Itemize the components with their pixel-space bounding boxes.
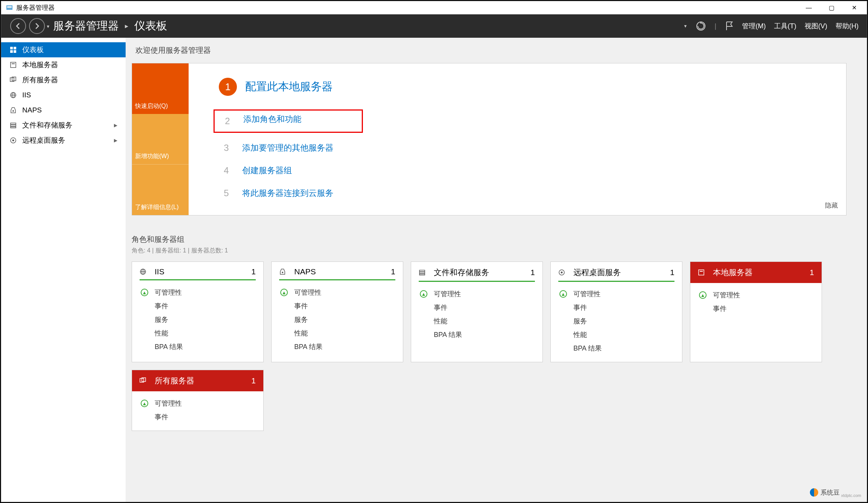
- sidebar-item-label: 远程桌面服务: [22, 135, 65, 145]
- quickstart-step-3[interactable]: 3添加要管理的其他服务器: [219, 140, 835, 155]
- all-servers-icon: [140, 377, 149, 384]
- quickstart-step-4[interactable]: 4创建服务器组: [219, 163, 835, 178]
- tile-row-label: 事件: [294, 301, 308, 311]
- step-number: 1: [219, 78, 237, 96]
- naps-icon: [279, 268, 289, 275]
- chevron-right-icon: ▶: [114, 138, 117, 143]
- flag-icon[interactable]: [725, 21, 734, 31]
- tile-row-label: 可管理性: [155, 288, 182, 297]
- role-tile-remote-desktop[interactable]: 远程桌面服务 1 ▲ 可管理性 事件 服务 性能 BPA 结果: [550, 261, 682, 362]
- tile-row-bpa[interactable]: BPA 结果: [419, 328, 535, 341]
- tile-row-manage[interactable]: ▲ 可管理性: [419, 287, 535, 301]
- tile-title: 所有服务器: [155, 375, 194, 386]
- tile-row-bpa[interactable]: BPA 结果: [558, 341, 674, 355]
- tile-row-label: 事件: [434, 303, 447, 312]
- sidebar-item-naps[interactable]: NAPS: [1, 103, 126, 118]
- svg-rect-6: [10, 50, 13, 53]
- tile-header: 所有服务器 1: [132, 370, 263, 391]
- refresh-icon[interactable]: [696, 21, 706, 31]
- tile-header: 文件和存储服务 1: [419, 267, 535, 282]
- tiles-container: IIS 1 ▲ 可管理性 事件 服务 性能 BPA 结果 NAPS 1 ▲ 可管…: [132, 261, 856, 431]
- nav-forward-button[interactable]: ▼: [29, 18, 45, 34]
- tile-title: 远程桌面服务: [573, 267, 621, 278]
- tile-row-label: 可管理性: [573, 289, 601, 298]
- tile-row-events[interactable]: 事件: [558, 301, 674, 314]
- remote-desktop-icon: [558, 269, 568, 276]
- sidebar-item-iis[interactable]: IIS: [1, 88, 126, 103]
- tile-row-manage[interactable]: ▲ 可管理性: [140, 286, 256, 299]
- tile-header: NAPS 1: [279, 267, 395, 280]
- tile-row-perf[interactable]: 性能: [279, 326, 395, 340]
- welcome-heading: 欢迎使用服务器管理器: [135, 45, 856, 55]
- tile-row-label: 可管理性: [434, 289, 461, 298]
- tile-row-events[interactable]: 事件: [419, 301, 535, 314]
- maximize-button[interactable]: ▢: [820, 2, 843, 14]
- close-button[interactable]: ✕: [843, 2, 865, 14]
- learnmore-tab[interactable]: 了解详细信息(L): [132, 164, 189, 215]
- tile-row-bpa[interactable]: BPA 结果: [140, 340, 256, 354]
- tile-row-label: 事件: [155, 301, 168, 311]
- tile-row-events[interactable]: 事件: [140, 299, 256, 313]
- tile-row-services[interactable]: 服务: [140, 313, 256, 326]
- tile-row-manage[interactable]: ▲ 可管理性: [698, 288, 814, 302]
- svg-rect-7: [14, 50, 16, 53]
- quickstart-tab[interactable]: 快速启动(Q): [132, 63, 189, 114]
- tile-row-perf[interactable]: 性能: [558, 328, 674, 341]
- sidebar-item-local-server[interactable]: 本地服务器: [1, 57, 126, 72]
- role-tile-file-storage[interactable]: 文件和存储服务 1 ▲ 可管理性 事件 性能 BPA 结果: [411, 261, 543, 362]
- svg-rect-26: [419, 272, 425, 274]
- svg-point-29: [561, 272, 563, 274]
- sidebar-item-dashboard[interactable]: 仪表板: [1, 42, 126, 57]
- nav-back-button[interactable]: [10, 18, 26, 34]
- role-tile-iis[interactable]: IIS 1 ▲ 可管理性 事件 服务 性能 BPA 结果: [132, 261, 264, 362]
- svg-rect-30: [699, 270, 704, 275]
- role-tile-naps[interactable]: NAPS 1 ▲ 可管理性 事件 服务 性能 BPA 结果: [271, 261, 403, 362]
- naps-icon: [9, 107, 17, 114]
- tile-row-services[interactable]: 服务: [279, 313, 395, 326]
- svg-rect-16: [11, 123, 16, 125]
- tile-row-events[interactable]: 事件: [140, 410, 256, 424]
- breadcrumb-root[interactable]: 服务器管理器: [53, 18, 119, 34]
- tile-row-events[interactable]: 事件: [279, 299, 395, 313]
- hide-link[interactable]: 隐藏: [825, 201, 838, 210]
- file-storage-icon: [419, 269, 429, 276]
- tile-row-perf[interactable]: 性能: [419, 314, 535, 328]
- window-title: 服务器管理器: [16, 3, 55, 12]
- tile-row-label: 性能: [155, 329, 168, 338]
- tile-row-manage[interactable]: ▲ 可管理性: [140, 397, 256, 410]
- tile-row-manage[interactable]: ▲ 可管理性: [279, 286, 395, 299]
- role-tile-all-servers[interactable]: 所有服务器 1 ▲ 可管理性 事件: [132, 370, 264, 431]
- tile-row-perf[interactable]: 性能: [140, 326, 256, 340]
- menu-view[interactable]: 视图(V): [805, 22, 827, 31]
- quickstart-step-5[interactable]: 5将此服务器连接到云服务: [219, 186, 835, 201]
- file-storage-icon: [9, 122, 17, 129]
- step-number: 3: [219, 140, 234, 155]
- tile-row-label: BPA 结果: [573, 344, 602, 353]
- sidebar-item-label: 文件和存储服务: [22, 120, 72, 130]
- menu-manage[interactable]: 管理(M): [742, 22, 766, 31]
- tile-row-bpa[interactable]: BPA 结果: [279, 340, 395, 354]
- svg-point-20: [12, 140, 14, 142]
- tile-row-label: 事件: [713, 304, 727, 313]
- tile-row-label: 事件: [573, 303, 587, 312]
- local-server-icon: [9, 62, 17, 68]
- tile-title: 文件和存储服务: [434, 267, 489, 278]
- whatsnew-tab[interactable]: 新增功能(W): [132, 114, 189, 165]
- tile-row-manage[interactable]: ▲ 可管理性: [558, 287, 674, 301]
- svg-point-24: [282, 272, 283, 273]
- sidebar-item-remote-desktop[interactable]: 远程桌面服务 ▶: [1, 133, 126, 148]
- sidebar-item-all-servers[interactable]: 所有服务器: [1, 72, 126, 88]
- quickstart-step-2[interactable]: 2添加角色和功能: [219, 109, 835, 133]
- tile-row-events[interactable]: 事件: [698, 302, 814, 315]
- tile-count: 1: [251, 267, 256, 276]
- role-tile-local-server[interactable]: 本地服务器 1 ▲ 可管理性 事件: [690, 261, 822, 362]
- sidebar: 仪表板 本地服务器 所有服务器 IIS NAPS 文件和存储服务 ▶ 远程桌面服…: [1, 38, 126, 502]
- menu-tools[interactable]: 工具(T): [774, 22, 796, 31]
- minimize-button[interactable]: ―: [797, 2, 820, 14]
- svg-rect-17: [11, 125, 16, 126]
- dropdown-icon[interactable]: ▼: [683, 24, 687, 28]
- menu-help[interactable]: 帮助(H): [836, 22, 859, 31]
- quickstart-step-1[interactable]: 1配置此本地服务器: [219, 78, 835, 96]
- sidebar-item-file-storage[interactable]: 文件和存储服务 ▶: [1, 118, 126, 133]
- tile-row-services[interactable]: 服务: [558, 314, 674, 328]
